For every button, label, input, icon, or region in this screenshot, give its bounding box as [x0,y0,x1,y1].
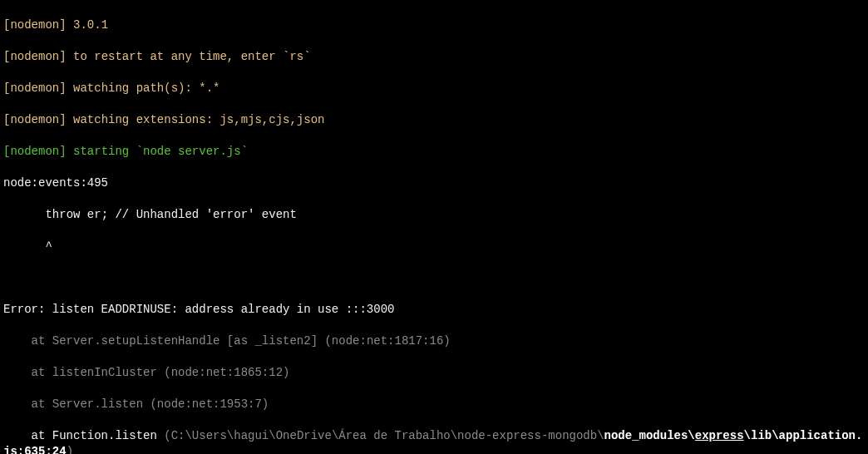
node-events-line: node:events:495 [3,175,865,191]
stack-4-express: express [695,429,744,442]
nodemon-version-line: [nodemon] 3.0.1 [3,17,865,33]
nodemon-tag: [nodemon] [3,81,67,95]
nodemon-watch-ext: watching extensions: js,mjs,cjs,json [67,113,325,126]
blank-line [3,270,865,286]
nodemon-tag: [nodemon] [3,50,67,63]
stack-4-nm: node_modules\ [604,429,695,442]
nodemon-restart-hint: to restart at any time, enter `rs` [67,50,311,63]
nodemon-watch-ext-line: [nodemon] watching extensions: js,mjs,cj… [3,112,865,128]
nodemon-version: 3.0.1 [67,18,108,32]
stack-4-close: ) [67,445,73,454]
nodemon-starting-line: [nodemon] starting `node server.js` [3,144,865,160]
nodemon-watch-paths-line: [nodemon] watching path(s): *.* [3,81,865,96]
stack-line-3: at Server.listen (node:net:1953:7) [3,397,865,412]
nodemon-starting: starting `node server.js` [67,145,248,158]
nodemon-tag: [nodemon] [3,18,67,32]
stack-line-4: at Function.listen (C:\Users\hagui\OneDr… [3,428,865,454]
nodemon-restart-line: [nodemon] to restart at any time, enter … [3,49,865,65]
nodemon-tag: [nodemon] [3,113,67,126]
nodemon-watch-paths: watching path(s): *.* [67,81,220,95]
terminal-output: [nodemon] 3.0.1 [nodemon] to restart at … [0,0,868,454]
stack-line-1: at Server.setupListenHandle [as _listen2… [3,333,865,349]
nodemon-tag: [nodemon] [3,145,67,158]
node-caret-line: ^ [3,239,865,254]
stack-line-2: at listenInCluster (node:net:1865:12) [3,365,865,381]
stack-4-path-a: (C:\Users\hagui\OneDrive\Área de Trabalh… [164,429,604,442]
error-head-line: Error: listen EADDRINUSE: address alread… [3,302,865,318]
stack-4-prefix: at Function.listen [3,429,164,442]
node-throw-line: throw er; // Unhandled 'error' event [3,207,865,223]
